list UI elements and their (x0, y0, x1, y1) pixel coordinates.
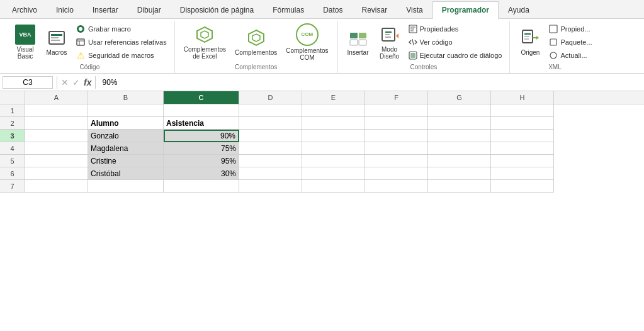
tab-datos[interactable]: Datos (314, 1, 352, 18)
cell-a4[interactable] (25, 142, 88, 155)
tab-archivo[interactable]: Archivo (3, 1, 47, 18)
tab-dibujar[interactable]: Dibujar (128, 1, 171, 18)
macros-button[interactable]: Macros (42, 22, 72, 62)
row-header-7[interactable]: 7 (0, 180, 25, 193)
col-header-c[interactable]: C (164, 91, 239, 104)
cell-a6[interactable] (25, 167, 88, 180)
col-header-d[interactable]: D (239, 91, 302, 104)
cell-f6[interactable] (365, 167, 428, 180)
ejecutar-button[interactable]: Ejecutar cuadro de diálogo (406, 49, 505, 62)
insertar-button[interactable]: Insertar (343, 22, 373, 62)
col-header-a[interactable]: A (25, 91, 88, 104)
cell-e6[interactable] (302, 167, 365, 180)
cell-g7[interactable] (428, 180, 491, 193)
cell-h6[interactable] (491, 167, 554, 180)
row-header-5[interactable]: 5 (0, 155, 25, 167)
tab-revisar[interactable]: Revisar (353, 1, 397, 18)
cell-e5[interactable] (302, 155, 365, 167)
visual-basic-button[interactable]: VBA VisualBasic (10, 22, 40, 62)
function-icon[interactable]: fx (84, 77, 91, 87)
cell-a1[interactable] (25, 104, 88, 117)
cell-f3[interactable] (365, 130, 428, 142)
cell-a5[interactable] (25, 155, 88, 167)
cell-f1[interactable] (365, 104, 428, 117)
cell-a7[interactable] (25, 180, 88, 193)
tab-programador[interactable]: Programador (432, 1, 499, 19)
cell-g4[interactable] (428, 142, 491, 155)
cell-g6[interactable] (428, 167, 491, 180)
row-header-3[interactable]: 3 (0, 130, 25, 142)
cell-b1[interactable] (88, 104, 164, 117)
cell-e7[interactable] (302, 180, 365, 193)
cell-c4[interactable]: 75% (164, 142, 239, 155)
grabar-macro-button[interactable]: Grabar macro (73, 23, 169, 35)
cell-e4[interactable] (302, 142, 365, 155)
seguridad-button[interactable]: ⚠ Seguridad de macros (73, 49, 169, 62)
cell-g2[interactable] (428, 117, 491, 130)
cell-h5[interactable] (491, 155, 554, 167)
cell-b6[interactable]: Cristóbal (88, 167, 164, 180)
row-header-6[interactable]: 6 (0, 167, 25, 180)
cell-a2[interactable] (25, 117, 88, 130)
tab-disposicion[interactable]: Disposición de página (171, 1, 263, 18)
cancel-formula-icon[interactable]: ✕ (61, 77, 69, 87)
usar-referencias-button[interactable]: Usar referencias relativas (73, 36, 169, 48)
tab-vista[interactable]: Vista (397, 1, 432, 18)
cell-d6[interactable] (239, 167, 302, 180)
ver-codigo-button[interactable]: Ver código (406, 36, 505, 48)
propiedades-button[interactable]: Propiedades (406, 23, 505, 35)
complementos-button[interactable]: Complementos (231, 22, 281, 62)
cell-h7[interactable] (491, 180, 554, 193)
cell-f4[interactable] (365, 142, 428, 155)
cell-b2[interactable]: Alumno (88, 117, 164, 130)
col-header-b[interactable]: B (88, 91, 164, 104)
cell-b3[interactable]: Gonzalo (88, 130, 164, 142)
actualizar-button[interactable]: Actuali... (546, 49, 594, 62)
col-header-g[interactable]: G (428, 91, 491, 104)
complementos-com-button[interactable]: COM ComplementosCOM (282, 22, 332, 62)
col-header-h[interactable]: H (491, 91, 554, 104)
cell-b7[interactable] (88, 180, 164, 193)
col-header-e[interactable]: E (302, 91, 365, 104)
cell-e2[interactable] (302, 117, 365, 130)
cell-a3[interactable] (25, 130, 88, 142)
cell-c3[interactable]: 90% (164, 130, 239, 142)
cell-b5[interactable]: Cristine (88, 155, 164, 167)
cell-c2[interactable]: Asistencia (164, 117, 239, 130)
cell-h2[interactable] (491, 117, 554, 130)
cell-h1[interactable] (491, 104, 554, 117)
row-header-4[interactable]: 4 (0, 142, 25, 155)
xml-propiedades-button[interactable]: Propied... (546, 23, 594, 35)
tab-inicio[interactable]: Inicio (47, 1, 83, 18)
cell-d3[interactable] (239, 130, 302, 142)
cell-c5[interactable]: 95% (164, 155, 239, 167)
col-header-f[interactable]: F (365, 91, 428, 104)
cell-h3[interactable] (491, 130, 554, 142)
row-header-1[interactable]: 1 (0, 104, 25, 117)
cell-c7[interactable] (164, 180, 239, 193)
origen-button[interactable]: Origen (515, 22, 545, 62)
cell-f5[interactable] (365, 155, 428, 167)
tab-formulas[interactable]: Fórmulas (263, 1, 314, 18)
cell-g3[interactable] (428, 130, 491, 142)
cell-d5[interactable] (239, 155, 302, 167)
cell-b4[interactable]: Magdalena (88, 142, 164, 155)
modo-diseno-button[interactable]: ModoDiseño (375, 22, 405, 62)
cell-c6[interactable]: 30% (164, 167, 239, 180)
complementos-excel-button[interactable]: Complementosde Excel (180, 22, 230, 62)
cell-reference-box[interactable] (3, 76, 53, 89)
cell-h4[interactable] (491, 142, 554, 155)
formula-input[interactable] (99, 78, 641, 87)
cell-f2[interactable] (365, 117, 428, 130)
confirm-formula-icon[interactable]: ✓ (72, 77, 80, 87)
row-header-2[interactable]: 2 (0, 117, 25, 130)
tab-insertar[interactable]: Insertar (83, 1, 128, 18)
paquetes-button[interactable]: Paquete... (546, 36, 594, 48)
cell-c1[interactable] (164, 104, 239, 117)
cell-d4[interactable] (239, 142, 302, 155)
cell-g1[interactable] (428, 104, 491, 117)
cell-d1[interactable] (239, 104, 302, 117)
cell-e1[interactable] (302, 104, 365, 117)
cell-f7[interactable] (365, 180, 428, 193)
cell-d7[interactable] (239, 180, 302, 193)
